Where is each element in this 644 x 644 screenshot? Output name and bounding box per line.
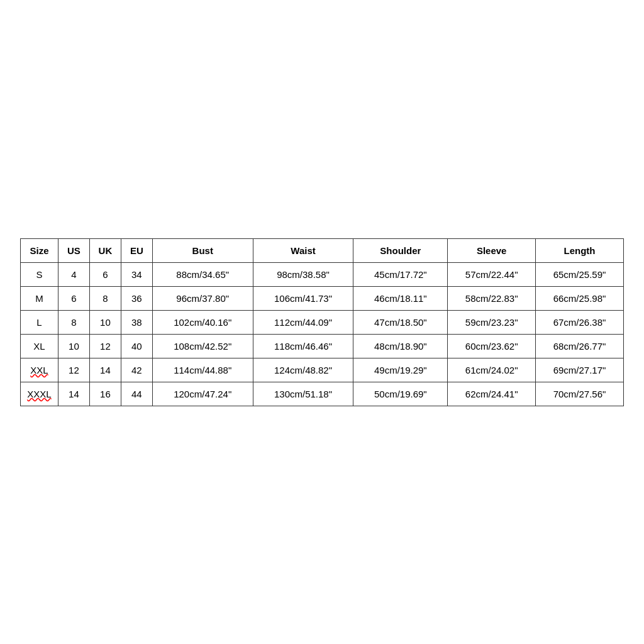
cell-sleeve: 58cm/22.83": [448, 286, 536, 310]
header-shoulder: Shoulder: [353, 238, 448, 262]
cell-sleeve: 60cm/23.62": [448, 334, 536, 358]
cell-size: L: [21, 310, 58, 334]
cell-us: 6: [58, 286, 89, 310]
cell-us: 4: [58, 262, 89, 286]
cell-sleeve: 61cm/24.02": [448, 358, 536, 382]
cell-us: 14: [58, 382, 89, 406]
header-waist: Waist: [253, 238, 353, 262]
cell-uk: 6: [89, 262, 121, 286]
cell-bust: 120cm/47.24": [152, 382, 253, 406]
cell-bust: 96cm/37.80": [152, 286, 253, 310]
cell-length: 65cm/25.59": [536, 262, 624, 286]
cell-bust: 108cm/42.52": [152, 334, 253, 358]
table-row: L81038102cm/40.16"112cm/44.09"47cm/18.50…: [21, 310, 624, 334]
cell-eu: 42: [121, 358, 152, 382]
cell-shoulder: 47cm/18.50": [353, 310, 448, 334]
cell-shoulder: 46cm/18.11": [353, 286, 448, 310]
cell-uk: 10: [89, 310, 121, 334]
cell-shoulder: 50cm/19.69": [353, 382, 448, 406]
cell-uk: 16: [89, 382, 121, 406]
cell-eu: 34: [121, 262, 152, 286]
cell-bust: 88cm/34.65": [152, 262, 253, 286]
cell-eu: 36: [121, 286, 152, 310]
cell-length: 69cm/27.17": [536, 358, 624, 382]
cell-waist: 124cm/48.82": [253, 358, 353, 382]
size-chart-container: Size US UK EU Bust Waist Shoulder Sleeve…: [20, 238, 624, 406]
cell-us: 12: [58, 358, 89, 382]
cell-length: 66cm/25.98": [536, 286, 624, 310]
table-row: M683696cm/37.80"106cm/41.73"46cm/18.11"5…: [21, 286, 624, 310]
cell-length: 68cm/26.77": [536, 334, 624, 358]
cell-eu: 44: [121, 382, 152, 406]
size-chart-table: Size US UK EU Bust Waist Shoulder Sleeve…: [20, 238, 624, 406]
header-sleeve: Sleeve: [448, 238, 536, 262]
cell-size: XL: [21, 334, 58, 358]
cell-size: S: [21, 262, 58, 286]
cell-waist: 130cm/51.18": [253, 382, 353, 406]
cell-length: 70cm/27.56": [536, 382, 624, 406]
cell-size: XXXL: [21, 382, 58, 406]
cell-waist: 106cm/41.73": [253, 286, 353, 310]
header-uk: UK: [89, 238, 121, 262]
table-row: XL101240108cm/42.52"118cm/46.46"48cm/18.…: [21, 334, 624, 358]
cell-uk: 8: [89, 286, 121, 310]
cell-waist: 118cm/46.46": [253, 334, 353, 358]
cell-sleeve: 57cm/22.44": [448, 262, 536, 286]
table-row: XXXL141644120cm/47.24"130cm/51.18"50cm/1…: [21, 382, 624, 406]
cell-us: 10: [58, 334, 89, 358]
cell-shoulder: 49cm/19.29": [353, 358, 448, 382]
cell-shoulder: 45cm/17.72": [353, 262, 448, 286]
cell-bust: 114cm/44.88": [152, 358, 253, 382]
cell-size: XXL: [21, 358, 58, 382]
cell-length: 67cm/26.38": [536, 310, 624, 334]
cell-uk: 14: [89, 358, 121, 382]
cell-sleeve: 62cm/24.41": [448, 382, 536, 406]
header-bust: Bust: [152, 238, 253, 262]
header-length: Length: [536, 238, 624, 262]
cell-eu: 40: [121, 334, 152, 358]
cell-uk: 12: [89, 334, 121, 358]
cell-size: M: [21, 286, 58, 310]
cell-us: 8: [58, 310, 89, 334]
cell-waist: 112cm/44.09": [253, 310, 353, 334]
table-row: S463488cm/34.65"98cm/38.58"45cm/17.72"57…: [21, 262, 624, 286]
table-header-row: Size US UK EU Bust Waist Shoulder Sleeve…: [21, 238, 624, 262]
cell-shoulder: 48cm/18.90": [353, 334, 448, 358]
cell-eu: 38: [121, 310, 152, 334]
header-eu: EU: [121, 238, 152, 262]
header-us: US: [58, 238, 89, 262]
header-size: Size: [21, 238, 58, 262]
table-body: S463488cm/34.65"98cm/38.58"45cm/17.72"57…: [21, 262, 624, 406]
table-row: XXL121442114cm/44.88"124cm/48.82"49cm/19…: [21, 358, 624, 382]
cell-waist: 98cm/38.58": [253, 262, 353, 286]
cell-bust: 102cm/40.16": [152, 310, 253, 334]
cell-sleeve: 59cm/23.23": [448, 310, 536, 334]
